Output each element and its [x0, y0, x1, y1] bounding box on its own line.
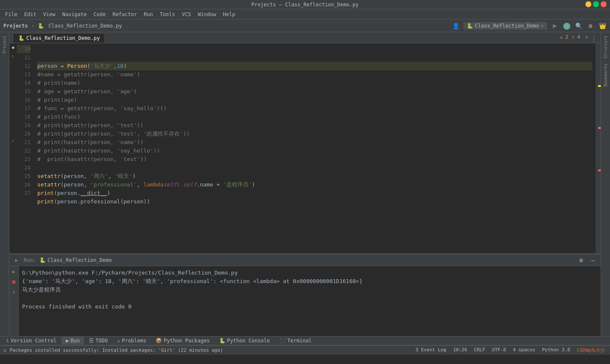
- status-bar: ☑ Packages installed successfully: Insta…: [0, 345, 610, 355]
- tab-more[interactable]: ⋮: [591, 35, 597, 43]
- gutter-cell-24: [9, 162, 17, 170]
- output-line-4: Process finished with exit code 0: [22, 303, 597, 311]
- tab-problems[interactable]: ⚠ Problems: [113, 337, 150, 345]
- code-content[interactable]: person = Person('马大少',18) #name = getatt…: [34, 43, 596, 253]
- tab-vc-label: Version Control: [11, 338, 56, 344]
- tab-version-control[interactable]: ⑊ Version Control: [2, 337, 61, 345]
- file-icon: 🐍: [38, 23, 44, 29]
- run-config[interactable]: 🐍 Class_Reflection_Demo ▾: [463, 22, 547, 30]
- menu-edit[interactable]: Edit: [21, 11, 40, 18]
- gutter-icons: ●▷▷: [9, 43, 17, 253]
- window-controls: [585, 1, 607, 7]
- run-close-icon[interactable]: —: [589, 256, 597, 264]
- crown-icon[interactable]: 👑: [598, 22, 607, 30]
- editor-section: Project 🐍 Class_Reflection_Demo.py ⚠ 2 ↑: [0, 32, 610, 336]
- status-indent[interactable]: 4 spaces: [511, 347, 537, 353]
- status-python[interactable]: Python 3.8: [540, 347, 572, 353]
- code-line-10: person = Person('马大少',18): [37, 62, 592, 70]
- run-label: Run:: [24, 257, 36, 263]
- code-line-20: # print(hasattr(person, 'say_hello')): [37, 147, 592, 155]
- status-install-icon: ☑: [3, 347, 6, 353]
- code-line-12: # print(name): [37, 79, 592, 87]
- status-encoding[interactable]: UTF-8: [490, 347, 508, 353]
- structure-tab[interactable]: Structure: [602, 34, 609, 60]
- bookmarks-tab[interactable]: Bookmarks: [602, 62, 609, 88]
- maximize-button[interactable]: [593, 1, 599, 7]
- sidebar-project-tab[interactable]: Project: [1, 34, 8, 55]
- output-line-0: G:\Python\python.exe F:/Pycharm/Projects…: [22, 269, 597, 277]
- tab-terminal[interactable]: ⬛ Terminal: [275, 337, 316, 345]
- err-icon: ↑: [572, 34, 575, 40]
- settings-icon[interactable]: ⚙: [586, 22, 595, 30]
- file-tab-main[interactable]: 🐍 Class_Reflection_Demo.py: [13, 33, 105, 43]
- right-gutter: [596, 43, 601, 253]
- output-line-3: [22, 294, 597, 303]
- debug-button[interactable]: ⬤: [563, 22, 571, 30]
- profile-icon[interactable]: 👤: [451, 22, 460, 30]
- code-line-16: # print(func): [37, 113, 592, 121]
- code-line-11: #name = getattr(person, 'name'): [37, 70, 592, 79]
- gutter-cell-14: [9, 77, 17, 86]
- menu-refactor[interactable]: Refactor: [109, 11, 140, 18]
- search-icon[interactable]: 🔍: [574, 22, 583, 30]
- menu-tools[interactable]: Tools: [156, 11, 178, 18]
- toolbar-separator: ›: [31, 23, 34, 29]
- toolbar-right: 👤 🐍 Class_Reflection_Demo ▾ ▶ ⬤ 🔍 ⚙ 👑: [451, 22, 607, 30]
- gutter-cell-13: [9, 69, 17, 77]
- menu-bar: File Edit View Navigate Code Refactor Ru…: [0, 9, 610, 19]
- menu-view[interactable]: View: [40, 11, 59, 18]
- rerun-icon[interactable]: ▶: [13, 256, 20, 264]
- event-log[interactable]: 3 Event Log: [414, 347, 448, 353]
- run-file[interactable]: 🐍 Class_Reflection_Demo: [39, 257, 112, 263]
- breadcrumb-file: 🐍 Class_Reflection_Demo.py: [38, 23, 122, 29]
- code-line-19: # print(hasattr(person, 'name')): [37, 138, 592, 147]
- run-output: G:\Python\python.exe F:/Pycharm/Projects…: [19, 266, 601, 336]
- warning-count: ⚠ 2: [560, 34, 568, 40]
- tab-todo[interactable]: ☰ TODO: [85, 337, 112, 345]
- code-editor[interactable]: ●▷▷ 101112131415161718192021222324252627…: [9, 43, 601, 253]
- arrows-icon[interactable]: ⇅: [585, 34, 588, 40]
- right-sidebar: Structure Bookmarks: [601, 32, 610, 336]
- run-scroll-icon[interactable]: ↕: [10, 288, 18, 296]
- menu-navigate[interactable]: Navigate: [59, 11, 90, 18]
- bottom-tabs: ⑊ Version Control ▶ Run ☰ TODO ⚠ Problem…: [0, 336, 610, 345]
- menu-code[interactable]: Code: [90, 11, 109, 18]
- status-line-ending[interactable]: CRLF: [472, 347, 487, 353]
- menu-vcs[interactable]: VCS: [178, 11, 195, 18]
- minimize-button[interactable]: [585, 1, 591, 7]
- run-play-icon[interactable]: ▶: [10, 268, 18, 275]
- editor-container: 🐍 Class_Reflection_Demo.py ⚠ 2 ↑ 4 ⇅ ⋮: [9, 32, 601, 336]
- error-count: ↑ 4: [572, 34, 580, 40]
- tab-python-console[interactable]: 🐍 Python Console: [215, 337, 274, 345]
- todo-icon: ☰: [89, 338, 94, 344]
- run-file-icon: 🐍: [39, 257, 46, 263]
- code-line-18: # print(getattr(person, 'test', '此属性不存在'…: [37, 130, 592, 138]
- run-stop-icon[interactable]: ■: [10, 278, 18, 286]
- menu-window[interactable]: Window: [195, 11, 220, 18]
- tab-warnings: ⚠ 2 ↑ 4 ⇅: [560, 34, 588, 40]
- terminal-icon: ⬛: [279, 338, 286, 344]
- gutter-cell-12: [9, 60, 17, 69]
- run-panel-icons: ⚙ —: [577, 256, 597, 264]
- gutter-cell-27: [9, 187, 17, 196]
- run-filename: Class_Reflection_Demo: [47, 257, 112, 263]
- gutter-cell-19: [9, 119, 17, 128]
- gutter-cell-18: [9, 111, 17, 119]
- gutter-cell-21: ▷: [9, 136, 17, 145]
- tab-filename: Class_Reflection_Demo.py: [26, 35, 100, 41]
- tab-python-packages[interactable]: 📦 Python Packages: [151, 337, 214, 345]
- menu-help[interactable]: Help: [220, 11, 239, 18]
- gutter-cell-26: [9, 179, 17, 187]
- menu-file[interactable]: File: [2, 11, 21, 18]
- run-settings-icon[interactable]: ⚙: [577, 256, 585, 264]
- code-line-15: # func = getattr(person, 'say_hello')(): [37, 104, 592, 113]
- code-line-13: # age = getattr(person, 'age'): [37, 87, 592, 96]
- menu-run[interactable]: Run: [140, 11, 156, 18]
- code-line-21: # print(hasattr(person, 'test')): [37, 155, 592, 164]
- close-button[interactable]: [601, 1, 607, 7]
- tab-problems-label: Problems: [122, 338, 146, 344]
- code-line-22: [37, 164, 592, 172]
- tab-run[interactable]: ▶ Run: [61, 337, 84, 345]
- projects-label[interactable]: Projects: [3, 23, 28, 29]
- run-button[interactable]: ▶: [551, 22, 559, 30]
